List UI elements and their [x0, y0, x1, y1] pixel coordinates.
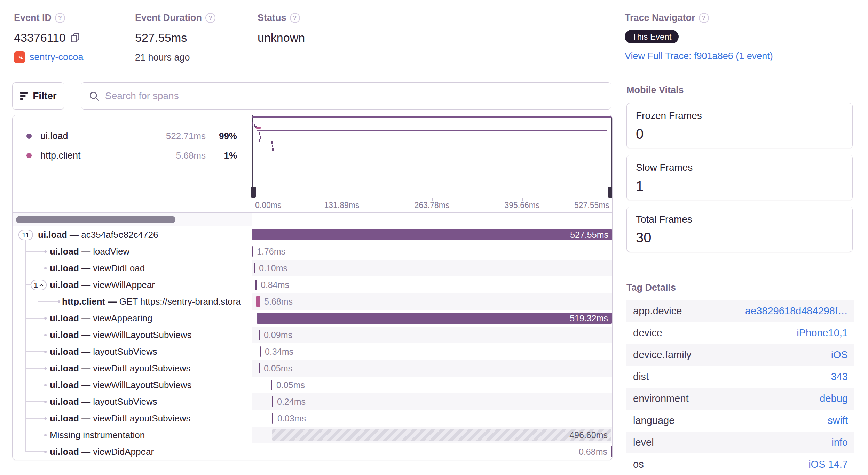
minimap-span-mark	[254, 124, 255, 127]
span-row[interactable]: 11ui.load — ac354af5e82c4726527.55ms	[13, 226, 612, 243]
span-label: ui.load — ac354af5e82c4726	[38, 226, 158, 243]
span-row[interactable]: ui.load — viewDidLayoutSubviews0.03ms	[13, 410, 612, 427]
span-duration-tick	[259, 330, 260, 340]
missing-instrumentation-bar: 496.60ms	[272, 429, 611, 441]
span-row[interactable]: ui.load — layoutSubViews0.34ms	[13, 343, 612, 360]
span-search-bar	[81, 82, 611, 110]
tag-value-link[interactable]: info	[831, 437, 848, 448]
tree-connector-line	[25, 385, 45, 385]
span-row[interactable]: ui.load — viewAppearing519.32ms	[13, 310, 612, 327]
tree-vertical-line-child	[38, 290, 38, 301]
view-full-trace-link[interactable]: View Full Trace: f901a8e6 (1 event)	[625, 51, 773, 61]
span-duration-cell: 0.34ms	[252, 343, 612, 360]
span-row[interactable]: Missing instrumentation496.60ms	[13, 427, 612, 443]
span-tree-cell: 11ui.load — ac354af5e82c4726	[13, 226, 252, 243]
span-duration-cell: 5.68ms	[252, 293, 612, 310]
span-label: ui.load — viewWillAppear	[50, 276, 155, 293]
tag-value-link[interactable]: ae3829618d484298f…	[745, 305, 848, 317]
span-label: ui.load — viewWillLayoutSubviews	[50, 327, 191, 343]
span-duration-value: 0.68ms	[579, 443, 607, 460]
span-expand-pill[interactable]: 1	[31, 280, 47, 290]
span-duration-tick	[254, 263, 255, 273]
minimap-right-edge	[611, 115, 612, 198]
span-row[interactable]: ui.load — viewDidLoad0.10ms	[13, 260, 612, 276]
copy-icon[interactable]	[70, 32, 81, 43]
span-tree-cell: 1ui.load — viewWillAppear	[13, 276, 252, 293]
span-tree-cell: ui.load — viewDidLayoutSubviews	[13, 410, 252, 427]
tree-connector-line	[25, 335, 45, 335]
span-duration-cell: 0.03ms	[252, 410, 612, 427]
span-row[interactable]: ui.load — viewWillLayoutSubviews0.09ms	[13, 327, 612, 343]
help-icon[interactable]: ?	[699, 13, 709, 23]
swift-platform-icon	[14, 51, 25, 63]
vital-card: Total Frames30	[626, 207, 853, 252]
span-row[interactable]: ui.load — viewDidAppear0.68ms	[13, 443, 612, 460]
span-tree-cell: http.client — GET https://sentry-brand.s…	[13, 293, 252, 310]
vital-label: Frozen Frames	[636, 110, 843, 121]
tag-value-link[interactable]: iOS 14.7	[808, 459, 848, 470]
span-duration-value: 5.68ms	[264, 293, 293, 310]
span-row[interactable]: http.client — GET https://sentry-brand.s…	[13, 293, 612, 310]
span-label: ui.load — viewDidAppear	[50, 443, 154, 460]
search-input[interactable]	[105, 90, 603, 102]
span-tree-cell: ui.load — viewAppearing	[13, 310, 252, 327]
span-tree-cell: ui.load — viewDidLoad	[13, 260, 252, 276]
span-row[interactable]: ui.load — viewDidLayoutSubviews0.05ms	[13, 360, 612, 377]
span-row[interactable]: ui.load — layoutSubViews0.24ms	[13, 393, 612, 410]
tree-connector-line	[25, 435, 45, 435]
axis-tick-label: 0.00ms	[255, 201, 281, 210]
tag-value-link[interactable]: debug	[820, 393, 848, 404]
project-link[interactable]: sentry-cocoa	[30, 52, 84, 63]
span-duration-value: 0.10ms	[259, 260, 287, 276]
filter-button[interactable]: Filter	[12, 82, 64, 110]
tag-value-link[interactable]: swift	[828, 415, 848, 426]
axis-tick-mark	[522, 198, 523, 201]
span-children-count-pill[interactable]: 11	[18, 230, 33, 240]
tree-connector-dot	[44, 367, 47, 370]
span-duration-cell: 0.68ms	[252, 443, 612, 460]
this-event-badge: This Event	[625, 30, 679, 43]
tree-connector-line	[25, 318, 45, 319]
span-row[interactable]: ui.load — viewWillLayoutSubviews0.05ms	[13, 377, 612, 393]
span-duration-tick	[260, 346, 261, 357]
help-icon[interactable]: ?	[205, 13, 215, 23]
help-icon[interactable]: ?	[290, 13, 300, 23]
minimap-right-handle[interactable]	[608, 187, 613, 198]
tree-connector-dot	[44, 384, 47, 386]
span-label: ui.load — layoutSubViews	[50, 393, 157, 410]
tag-row: levelinfo	[626, 432, 854, 453]
span-row[interactable]: 1ui.load — viewWillAppear0.84ms	[13, 276, 612, 293]
span-duration-cell: 1.76ms	[252, 243, 612, 260]
span-duration-cell: 0.05ms	[252, 377, 612, 393]
trace-minimap[interactable]	[252, 115, 612, 198]
tag-value-link[interactable]: 343	[831, 371, 848, 383]
span-duration-value: 496.60ms	[569, 430, 611, 440]
tag-key: device.family	[633, 349, 692, 361]
minimap-span-mark	[256, 127, 261, 129]
tag-value-link[interactable]: iOS	[831, 349, 848, 361]
tag-key: device	[633, 327, 662, 339]
span-row[interactable]: ui.load — loadView1.76ms	[13, 243, 612, 260]
status-value: unknown	[258, 31, 305, 45]
tree-waterfall-divider[interactable]	[252, 115, 252, 460]
span-duration-cell: 0.84ms	[252, 276, 612, 293]
axis-tick-label: 395.66ms	[504, 201, 539, 210]
span-duration-tick	[259, 363, 260, 373]
tag-row: device.familyiOS	[626, 344, 854, 366]
horizontal-scrollbar-thumb[interactable]	[16, 216, 175, 223]
span-tree-cell: ui.load — layoutSubViews	[13, 343, 252, 360]
tag-value-link[interactable]: iPhone10,1	[797, 327, 848, 339]
trace-navigator-label: Trace Navigator	[625, 13, 695, 23]
pill-count: 1	[34, 281, 38, 289]
tag-row: dist343	[626, 366, 854, 388]
tag-details-title: Tag Details	[626, 282, 676, 293]
span-duration-cell: 0.09ms	[252, 327, 612, 343]
vital-value: 30	[636, 230, 843, 245]
minimap-span-mark	[271, 141, 273, 144]
tree-connector-line	[25, 401, 45, 402]
legend-percent: 99%	[219, 131, 237, 142]
span-duration-cell: 519.32ms	[252, 310, 612, 327]
help-icon[interactable]: ?	[55, 13, 65, 23]
span-duration-bar: 519.32ms	[257, 313, 612, 324]
axis-tick-mark	[432, 198, 433, 201]
